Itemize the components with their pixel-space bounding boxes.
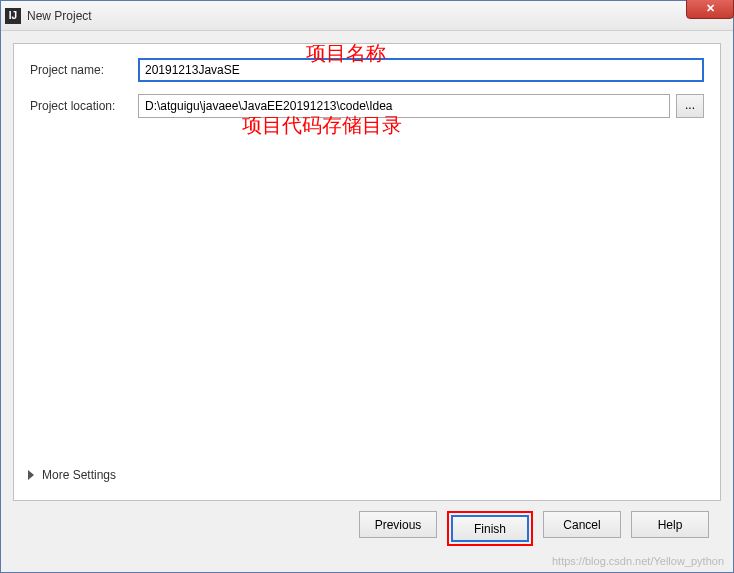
- finish-highlight: Finish: [447, 511, 533, 546]
- app-icon: IJ: [5, 8, 21, 24]
- chevron-right-icon: [28, 470, 34, 480]
- project-location-label: Project location:: [30, 99, 138, 113]
- more-settings-label: More Settings: [42, 468, 116, 482]
- new-project-window: IJ New Project ✕ Project name: Project l…: [0, 0, 734, 573]
- window-title: New Project: [27, 9, 92, 23]
- help-button[interactable]: Help: [631, 511, 709, 538]
- titlebar: IJ New Project ✕: [1, 1, 733, 31]
- close-icon: ✕: [706, 2, 715, 15]
- finish-button[interactable]: Finish: [451, 515, 529, 542]
- project-location-input[interactable]: [138, 94, 670, 118]
- browse-button[interactable]: ...: [676, 94, 704, 118]
- cancel-button[interactable]: Cancel: [543, 511, 621, 538]
- more-settings-toggle[interactable]: More Settings: [28, 468, 116, 482]
- project-name-input[interactable]: [138, 58, 704, 82]
- project-name-row: Project name:: [30, 58, 704, 82]
- button-bar: Previous Finish Cancel Help: [13, 501, 721, 560]
- form-panel: Project name: Project location: ... 项目名称…: [13, 43, 721, 501]
- close-button[interactable]: ✕: [686, 0, 734, 19]
- content-area: Project name: Project location: ... 项目名称…: [1, 31, 733, 572]
- project-location-row: Project location: ...: [30, 94, 704, 118]
- project-name-label: Project name:: [30, 63, 138, 77]
- previous-button[interactable]: Previous: [359, 511, 437, 538]
